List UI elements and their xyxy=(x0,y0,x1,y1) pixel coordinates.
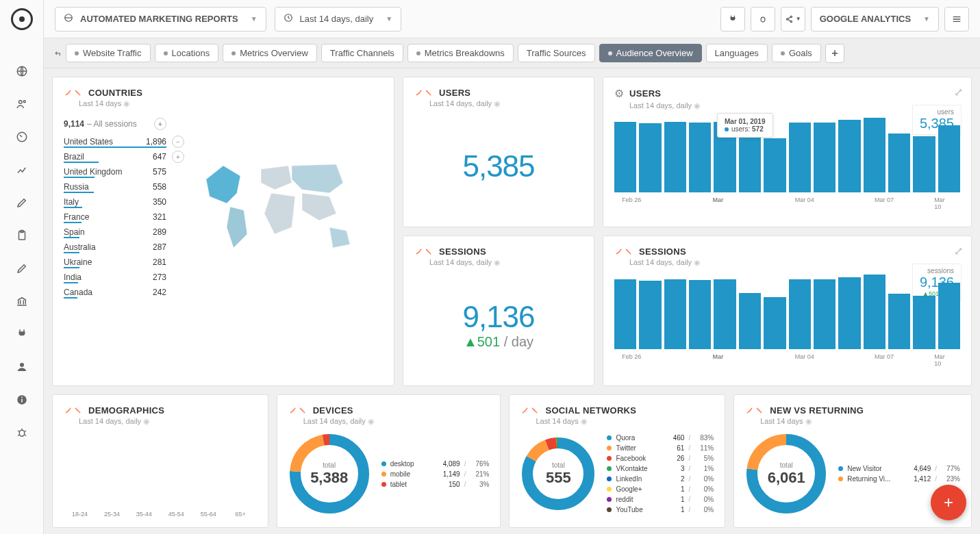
demographics-chart xyxy=(64,433,257,508)
legend-num: 150 xyxy=(436,481,460,488)
country-name: Russia xyxy=(64,182,89,192)
legend-num: 61 xyxy=(659,444,684,452)
axis-label: Mar 10 xyxy=(934,353,951,367)
tab-label: Audience Overview xyxy=(616,48,693,58)
tab-traffic-channels[interactable]: Traffic Channels xyxy=(321,44,403,62)
plug-button[interactable] xyxy=(720,7,745,31)
sidebar-account-icon[interactable] xyxy=(8,353,36,381)
tab-traffic-sources[interactable]: Traffic Sources xyxy=(518,44,595,62)
legend-pct: 21% xyxy=(470,470,489,478)
legend-name: LinkedIn xyxy=(616,475,655,483)
chart-tooltip: Mar 01, 2019 users: 572 xyxy=(717,113,773,138)
country-name: Australia xyxy=(64,242,96,252)
svg-point-6 xyxy=(20,363,24,367)
legend-row: New Visitor4,649/77% xyxy=(838,463,960,474)
tooltip-value: 572 xyxy=(752,125,764,133)
axis-label: Feb 26 xyxy=(622,353,641,360)
gear-icon[interactable]: ⚙ xyxy=(614,87,624,100)
tab-goals[interactable]: Goals xyxy=(772,44,821,62)
tab-label: Locations xyxy=(172,48,210,58)
legend-num: 4,089 xyxy=(436,460,460,468)
topbar: AUTOMATED MARKETING REPORTS ▼ Last 14 da… xyxy=(44,0,980,38)
spark-icon: ⟋⟍ xyxy=(745,405,764,416)
share-button[interactable]: ▼ xyxy=(781,7,805,31)
tab-languages[interactable]: Languages xyxy=(706,44,768,62)
legend-dot xyxy=(607,476,612,481)
fab-add-button[interactable]: + xyxy=(931,485,966,520)
sidebar-edit2-icon[interactable] xyxy=(8,255,36,282)
sidebar-users-icon[interactable] xyxy=(8,90,36,118)
legend-num: 2 xyxy=(659,475,684,483)
tab-metrics-overview[interactable]: Metrics Overview xyxy=(223,44,317,62)
demo-label: 18-24 xyxy=(64,511,96,518)
sidebar-bug-icon[interactable] xyxy=(8,419,36,446)
country-row: United Kingdom575 xyxy=(64,163,166,178)
social-legend: Quora460/83%Twitter61/11%Facebook26/5%VK… xyxy=(607,433,714,515)
demo-label: 25-34 xyxy=(96,511,128,518)
country-value: 242 xyxy=(153,288,166,297)
app-logo xyxy=(11,8,33,30)
card-sessions-number: ⟋⟍SESSIONS Last 14 days, daily ◉ 9,136 ▲… xyxy=(403,236,594,386)
sidebar-globe-icon[interactable] xyxy=(8,58,36,85)
country-value: 273 xyxy=(153,272,166,282)
country-name: Italy xyxy=(64,197,79,207)
collapse-button[interactable]: − xyxy=(172,136,184,148)
card-title: DEVICES xyxy=(313,405,353,416)
legend-row: YouTube1/0% xyxy=(607,505,714,515)
expand-button[interactable]: + xyxy=(154,118,166,130)
donut-total-label: total xyxy=(310,461,348,469)
report-dropdown[interactable]: AUTOMATED MARKETING REPORTS ▼ xyxy=(55,7,266,31)
tab-locations[interactable]: Locations xyxy=(155,44,219,62)
country-row: Canada242 xyxy=(64,283,166,298)
bar xyxy=(714,279,736,349)
source-dropdown[interactable]: GOOGLE ANALYTICS ▼ xyxy=(811,7,939,31)
sidebar-gauge-icon[interactable] xyxy=(8,123,36,151)
sidebar-bank-icon[interactable] xyxy=(8,288,36,315)
sidebar-clipboard-icon[interactable] xyxy=(8,222,36,249)
bar xyxy=(938,125,960,192)
sidebar-edit-icon[interactable] xyxy=(8,189,36,216)
add-tab-button[interactable]: + xyxy=(825,44,844,63)
country-name: United States xyxy=(64,137,113,147)
countries-total-label: – All sessions xyxy=(87,119,137,129)
menu-button[interactable] xyxy=(944,7,969,31)
card-title: SOCIAL NETWORKS xyxy=(545,405,636,416)
sidebar-chart-icon[interactable] xyxy=(8,156,36,183)
svg-point-16 xyxy=(790,21,792,22)
country-row: France321 xyxy=(64,208,166,223)
sidebar-info-icon[interactable] xyxy=(8,386,36,414)
card-devices: ⟋⟍DEVICES Last 14 days, daily ◉ total5,3… xyxy=(277,394,501,528)
expand-icon[interactable]: ⤢ xyxy=(954,244,963,257)
bar xyxy=(888,294,910,349)
legend-dot xyxy=(381,461,386,466)
date-dropdown[interactable]: Last 14 days, daily ▼ xyxy=(275,7,402,31)
devices-legend: desktop4,089/76%mobile1,149/21%tablet150… xyxy=(381,459,490,490)
legend-name: Returning Vi... xyxy=(847,475,902,483)
country-name: Brazil xyxy=(64,152,84,162)
bar xyxy=(739,293,761,349)
expand-button[interactable]: + xyxy=(172,151,184,163)
card-social: ⟋⟍SOCIAL NETWORKS Last 14 days ◉ total55… xyxy=(509,394,725,528)
tab-label: Metrics Breakdowns xyxy=(425,48,505,58)
legend-pct: 11% xyxy=(694,444,714,452)
legend-pct: 0% xyxy=(694,475,714,483)
devices-donut: total5,388 xyxy=(288,433,370,515)
card-title: NEW VS RETURNING xyxy=(770,405,864,416)
bug-button[interactable] xyxy=(751,7,775,31)
legend-num: 26 xyxy=(659,455,684,462)
legend-num: 1,149 xyxy=(436,470,460,478)
country-value: 558 xyxy=(153,182,166,192)
expand-icon[interactable]: ⤢ xyxy=(954,86,963,99)
legend-dot xyxy=(607,446,612,450)
card-title: USERS xyxy=(629,88,661,99)
tab-website-traffic[interactable]: Website Traffic xyxy=(66,44,151,62)
bar xyxy=(913,136,935,193)
axis-label: Mar 07 xyxy=(875,196,894,203)
retention-donut: total6,061 xyxy=(745,433,827,515)
axis-label: Mar 07 xyxy=(875,353,894,360)
legend-row: Quora460/83% xyxy=(607,433,714,443)
sidebar-plug-icon[interactable] xyxy=(8,320,36,348)
country-row: United States1,896− xyxy=(64,133,166,148)
tab-metrics-breakdowns[interactable]: Metrics Breakdowns xyxy=(407,44,514,62)
tab-audience-overview[interactable]: Audience Overview xyxy=(599,44,702,62)
